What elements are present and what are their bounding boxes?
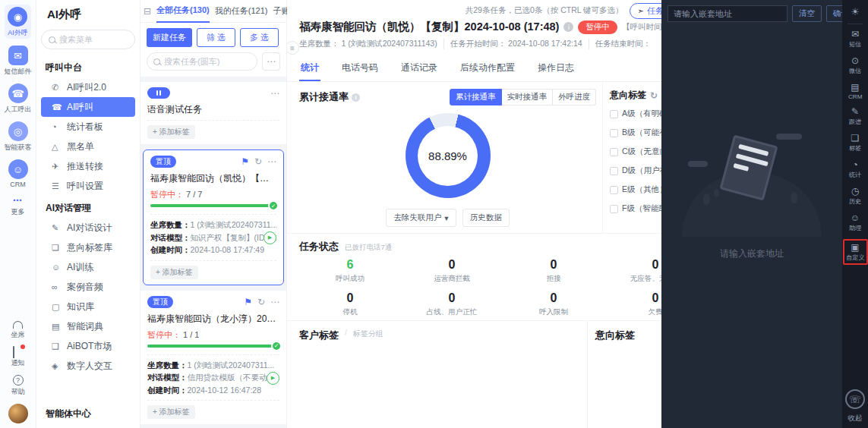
tab-operation-log[interactable]: 操作日志 (536, 56, 576, 81)
bottom-tags-section: 客户标签 / 标签分组 意向标签 (287, 320, 661, 428)
warning-icon (52, 142, 62, 152)
intent-option[interactable]: B级（可能有意向 (610, 127, 661, 138)
tag-icon (52, 243, 62, 253)
rail-item-more[interactable]: ⋯ 更多 (11, 195, 25, 217)
sidebar-item-dialog-design[interactable]: AI对话设计 (41, 218, 135, 238)
intent-option[interactable]: F级（智能助理） (610, 203, 661, 214)
tab-all-tasks[interactable]: 全部任务(130) (156, 0, 210, 23)
rail-item-help[interactable]: ? 帮助 (11, 375, 25, 397)
card-more-icon[interactable] (270, 297, 279, 307)
toggle-realtime-rate[interactable]: 实时接通率 (502, 89, 554, 105)
add-tag-chip[interactable]: + 添加标签 (147, 125, 195, 139)
filter-button[interactable]: 筛 选 (197, 28, 235, 47)
rail-item-ai-outbound[interactable]: AI外呼 (5, 5, 31, 39)
sidebar-item-push-transfer[interactable]: 推送转接 (41, 156, 135, 176)
rail-item-followup[interactable]: 跟进 (848, 106, 862, 127)
market-icon (52, 341, 62, 351)
tab-phone-numbers[interactable]: 电话号码 (340, 56, 380, 81)
new-task-button[interactable]: 新建任务 (147, 28, 192, 47)
task-card[interactable]: 语音测试任务 + 添加标签 (140, 82, 286, 144)
sidebar-item-call-settings[interactable]: 呼叫设置 (41, 176, 135, 196)
sidebar-item-intent-tag-library[interactable]: 意向标签库 (41, 238, 135, 257)
toggle-outbound-progress[interactable]: 外呼进度 (553, 89, 596, 105)
sidebar-item-case-audio[interactable]: 案例音频 (41, 277, 135, 297)
customer-service-icon[interactable] (845, 389, 865, 409)
rail-item-stats[interactable]: 统计 (848, 159, 862, 180)
sidebar-item-smart-dictionary[interactable]: 智能词典 (41, 316, 135, 336)
rail-item-lead-gen[interactable]: 智能获客 (5, 121, 32, 153)
refresh-icon[interactable] (254, 156, 262, 167)
checkbox[interactable] (610, 110, 618, 118)
intent-option[interactable]: C级（无意向） (610, 146, 661, 157)
tab-my-tasks[interactable]: 我的任务(121) (215, 0, 268, 23)
history-data-button[interactable]: 历史数据 (462, 209, 510, 227)
clear-button[interactable]: 清空 (792, 5, 822, 22)
search-more-button[interactable] (262, 52, 280, 71)
sidebar-item-blacklist[interactable]: 黑名单 (41, 137, 135, 156)
pin-icon[interactable] (241, 156, 249, 167)
panel-toggle-icon[interactable] (144, 6, 151, 17)
rail-item-tags[interactable]: 标签 (848, 133, 862, 153)
tab-call-records[interactable]: 通话记录 (399, 56, 439, 81)
checkbox[interactable] (610, 205, 618, 213)
rail-item-sms[interactable]: 短信 (848, 29, 862, 49)
multi-select-button[interactable]: 多 选 (240, 28, 279, 47)
pin-icon[interactable] (244, 297, 252, 307)
refresh-icon[interactable] (650, 90, 658, 101)
add-tag-chip[interactable]: + 添加标签 (147, 405, 195, 419)
tab-statistics[interactable]: 统计 (299, 56, 320, 81)
rail-item-notifications[interactable]: 通知 (11, 347, 25, 368)
sidebar-item-stats-board[interactable]: 统计看板 (41, 117, 135, 137)
rail-item-manual-call[interactable]: 人工呼出 (5, 83, 32, 115)
card-more-icon[interactable] (270, 88, 279, 99)
refresh-icon[interactable] (257, 297, 265, 307)
card-more-icon[interactable] (267, 156, 276, 167)
collapse-rail-button[interactable]: 收起 (848, 414, 863, 423)
rail-item-label: 智能获客 (5, 143, 32, 153)
help-icon: ? (13, 375, 24, 386)
rail-item-wechat[interactable]: 微信 (848, 55, 862, 76)
tag-group-label[interactable]: 标签分组 (353, 329, 383, 339)
task-card[interactable]: 置顶 福寿康智能回访（龙小淳）2024-10-1... 暂停中： 1 / 1 坐… (140, 291, 286, 425)
sidebar-search-input[interactable]: 搜索菜单 (41, 30, 135, 49)
toggle-cumulative-rate[interactable]: 累计接通率 (450, 89, 502, 105)
task-card-selected[interactable]: 置顶 福寿康智能回访（凯悦）【复制】202... 暂停中： 7 / 7 坐席数量… (143, 149, 284, 285)
info-icon[interactable]: i (352, 93, 360, 102)
info-icon[interactable]: i (563, 22, 573, 32)
rail-item-agent[interactable]: 坐席 (11, 321, 25, 340)
checkbox[interactable] (610, 167, 618, 175)
embed-address-input[interactable] (668, 5, 788, 22)
brightness-icon[interactable] (851, 6, 860, 17)
checkbox[interactable] (610, 148, 618, 156)
sidebar-item-digital-human[interactable]: 数字人交互 (41, 356, 135, 376)
task-search-input[interactable] (164, 57, 251, 66)
meta-key: 坐席数量： (150, 220, 191, 229)
sidebar-item-ai-call[interactable]: AI呼叫 (41, 97, 135, 117)
checkbox[interactable] (610, 129, 618, 137)
intent-option[interactable]: E级（其他） (610, 184, 661, 195)
sidebar-item-knowledge-base[interactable]: 知识库 (41, 297, 135, 316)
rail-item-custom-highlighted[interactable]: 自定义 (843, 239, 868, 265)
sidebar-item-ai-training[interactable]: AI训练 (41, 257, 135, 277)
tab-followup-config[interactable]: 后续动作配置 (459, 56, 516, 81)
intent-option[interactable]: D级（用户在忙） (610, 165, 661, 176)
rail-item-sms-mail[interactable]: 短信邮件 (5, 46, 32, 77)
rail-item-label: 坐席 (11, 330, 25, 340)
user-avatar[interactable] (8, 404, 28, 423)
sidebar-item-label: AiBOT市场 (67, 340, 112, 353)
rail-item-history[interactable]: 历史 (848, 186, 862, 206)
checkbox[interactable] (610, 186, 618, 194)
remove-lost-users-dropdown[interactable]: 去除失联用户 (386, 209, 456, 227)
play-audio-button[interactable] (267, 372, 279, 385)
sidebar-item-ai-call-2[interactable]: AI呼叫2.0 (41, 77, 135, 97)
sidebar-item-aibot-market[interactable]: AiBOT市场 (41, 336, 135, 356)
play-audio-button[interactable] (264, 231, 276, 244)
task-data-button[interactable]: 任务数据 (630, 3, 661, 19)
intent-option[interactable]: A级（有明确意向 (610, 109, 661, 119)
rail-item-crm[interactable]: CRM (847, 82, 863, 100)
rail-item-crm[interactable]: CRM (8, 159, 28, 188)
collapse-panel-button[interactable] (287, 41, 299, 55)
rail-item-assistant[interactable]: 助理 (848, 212, 862, 233)
task-card-title: 福寿康智能回访（凯悦）【复制】202... (150, 172, 276, 185)
add-tag-chip[interactable]: + 添加标签 (150, 266, 198, 279)
